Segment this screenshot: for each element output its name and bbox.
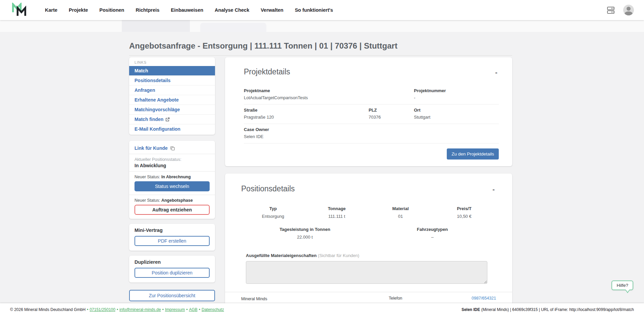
- collapse-icon[interactable]: -: [491, 184, 496, 192]
- field-label: Straße: [244, 108, 369, 113]
- stat-material: Material 01: [369, 206, 432, 219]
- duplicate-position-button[interactable]: Position duplizieren: [135, 268, 210, 278]
- sidebar-item-positionsdetails[interactable]: Positionsdetails: [129, 75, 215, 85]
- nav-item-projekte[interactable]: Projekte: [69, 7, 88, 13]
- nav-item-einbauweisen[interactable]: Einbauweisen: [171, 7, 203, 13]
- footer-separator: •: [162, 307, 164, 312]
- content-placeholder-tab: [200, 23, 266, 32]
- footer-session-info: Selen IDE (Mineral Minds) | 64069c39f315…: [462, 307, 634, 312]
- title-divider: [129, 55, 512, 56]
- copy-icon: [170, 146, 175, 151]
- footer-copyright: © 2026 Mineral Minds Deutschland GmbH: [10, 307, 86, 312]
- stat-preis: Preis/T 10,50 €: [432, 206, 496, 219]
- go-to-project-details-button[interactable]: Zu den Projektdetails: [447, 148, 499, 160]
- field-strasse: Straße Pragstraße 120: [244, 108, 369, 120]
- content-placeholder-block: [122, 20, 190, 32]
- sidebar: LINKS Match Positionsdetails Anfragen Er…: [129, 57, 215, 301]
- stat-value: –: [369, 235, 496, 240]
- stat-value: Entsorgung: [241, 214, 305, 219]
- field-label: Case Owner: [244, 127, 414, 132]
- field-value: Pragstraße 120: [244, 115, 369, 120]
- customer-link[interactable]: Link für Kunde: [135, 144, 210, 154]
- main-nav: Karte Projekte Positionen Richtpreis Ein…: [45, 7, 333, 13]
- nav-item-positionen[interactable]: Positionen: [99, 7, 124, 13]
- avatar-head-shape: [627, 7, 631, 11]
- nav-item-so-funktionierts[interactable]: So funktioniert's: [295, 7, 333, 13]
- field-label: Projektnummer: [414, 88, 499, 93]
- links-card-header: LINKS: [129, 57, 215, 66]
- sidebar-item-matchingvorschlaege[interactable]: Matchingvorschläge: [129, 105, 215, 114]
- material-properties-textarea[interactable]: [246, 261, 487, 284]
- stat-value: 01: [369, 214, 432, 219]
- current-status-label: Aktueller Positionsstatus:: [135, 157, 210, 162]
- server-icon[interactable]: [606, 6, 615, 14]
- footer-session-details: (Mineral Minds) | 64069c39f315 | URL of …: [480, 307, 634, 312]
- footer-link-impressum[interactable]: Impressum: [165, 307, 185, 312]
- sidebar-item-match-finden[interactable]: Match finden: [129, 114, 215, 124]
- links-card: LINKS Match Positionsdetails Anfragen Er…: [129, 57, 215, 135]
- footer-separator: •: [117, 307, 118, 312]
- footer: © 2026 Mineral Minds Deutschland GmbH•07…: [0, 303, 644, 316]
- divider: [129, 195, 215, 195]
- collapse-icon[interactable]: -: [494, 67, 499, 75]
- field-plz: PLZ 70376: [369, 108, 414, 120]
- stat-value: 22.000 t: [241, 235, 369, 240]
- field-label: Ort: [414, 108, 499, 113]
- duplicate-card: Duplizieren Position duplizieren: [129, 256, 215, 282]
- field-value: Selen IDE: [244, 134, 414, 139]
- phone-link[interactable]: 0987/654321: [472, 296, 496, 301]
- stat-typ: Typ Entsorgung: [241, 206, 305, 219]
- field-projektname: Projektname LotActualTargetComparisonTes…: [244, 88, 414, 100]
- project-details-heading: Projektdetails: [244, 67, 290, 76]
- external-link-icon: [165, 117, 170, 122]
- new-status-1: Neuer Status: In Abrechnung: [135, 175, 210, 179]
- nav-item-richtpreis[interactable]: Richtpreis: [136, 7, 159, 13]
- field-label: Projektname: [244, 88, 414, 93]
- material-label-text: Ausgefüllte Materialeigenschaften: [246, 253, 317, 258]
- field-label: PLZ: [369, 108, 414, 113]
- user-avatar[interactable]: [623, 5, 634, 15]
- field-value: 70376: [369, 115, 414, 120]
- create-pdf-button[interactable]: PDF erstellen: [135, 236, 210, 246]
- footer-left: © 2026 Mineral Minds Deutschland GmbH•07…: [10, 307, 224, 312]
- new-status-1-value: In Abrechnung: [161, 175, 191, 179]
- material-label-hint: (Sichtbar für Kunden): [318, 253, 360, 258]
- footer-link-agb[interactable]: AGB: [189, 307, 197, 312]
- stat-label: Preis/T: [432, 206, 496, 211]
- project-details-card: Projektdetails - Projektname LotActualTa…: [225, 57, 512, 166]
- footer-separator: •: [87, 307, 88, 312]
- sidebar-item-anfragen[interactable]: Anfragen: [129, 85, 215, 95]
- stat-label: Tagesleistung in Tonnen: [241, 227, 369, 232]
- stat-value: 10,50 €: [432, 214, 496, 219]
- stat-tonnage: Tonnage 111.111 t: [305, 206, 369, 219]
- mineral-minds-logo[interactable]: [12, 3, 26, 17]
- footer-link-phone[interactable]: 07151/250100: [90, 307, 115, 312]
- position-overview-button[interactable]: Zur Positionsübersicht: [129, 290, 215, 301]
- change-status-button[interactable]: Status wechseln: [135, 181, 210, 191]
- scrolled-content-strip: [0, 20, 644, 32]
- sidebar-item-email-konfiguration[interactable]: E-Mail Konfiguration: [129, 124, 215, 134]
- nav-item-karte[interactable]: Karte: [45, 7, 57, 13]
- field-ort: Ort Stuttgart: [414, 108, 499, 120]
- sidebar-item-erhaltene-angebote[interactable]: Erhaltene Angebote: [129, 95, 215, 105]
- stat-label: Tonnage: [305, 206, 369, 211]
- footer-link-email[interactable]: info@mineral-minds.de: [119, 307, 161, 312]
- nav-item-analyse-check[interactable]: Analyse Check: [215, 7, 249, 13]
- footer-separator: •: [199, 307, 200, 312]
- sidebar-item-match[interactable]: Match: [129, 66, 215, 75]
- stat-value: 111.111 t: [305, 214, 369, 219]
- contact-phone-row: Telefon 0987/654321: [389, 296, 496, 301]
- status-card: Link für Kunde Aktueller Positionsstatus…: [129, 141, 215, 219]
- nav-item-verwalten[interactable]: Verwalten: [261, 7, 283, 13]
- mini-contract-card: Mini-Vertrag PDF erstellen: [129, 224, 215, 251]
- customer-link-label: Link für Kunde: [135, 145, 168, 151]
- new-status-prefix: Neuer Status:: [135, 175, 161, 179]
- footer-link-datenschutz[interactable]: Datenschutz: [202, 307, 224, 312]
- withdraw-order-button[interactable]: Auftrag entziehen: [135, 205, 210, 215]
- position-details-heading: Positionsdetails: [241, 184, 295, 193]
- mini-contract-title: Mini-Vertrag: [135, 228, 210, 233]
- help-button[interactable]: Hilfe?: [611, 280, 633, 290]
- new-status-2-value: Angebotsphase: [161, 198, 193, 203]
- duplicate-title: Duplizieren: [135, 259, 210, 265]
- stat-tagesleistung: Tagesleistung in Tonnen 22.000 t: [241, 227, 369, 240]
